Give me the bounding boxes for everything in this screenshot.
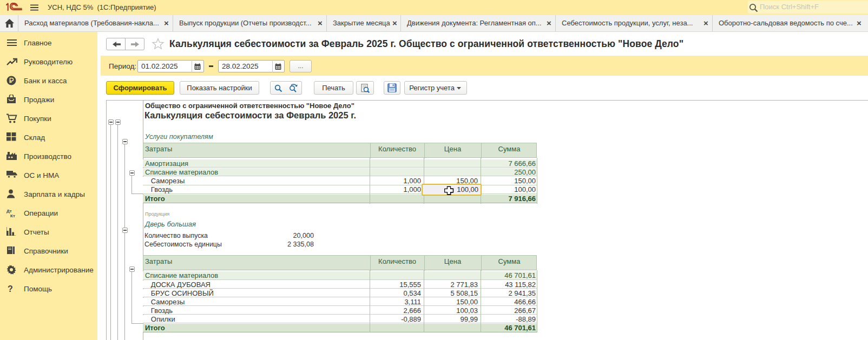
svg-text:Дт: Дт	[6, 209, 12, 214]
svg-text:Кт: Кт	[10, 214, 15, 218]
svg-text:?: ?	[8, 284, 13, 294]
